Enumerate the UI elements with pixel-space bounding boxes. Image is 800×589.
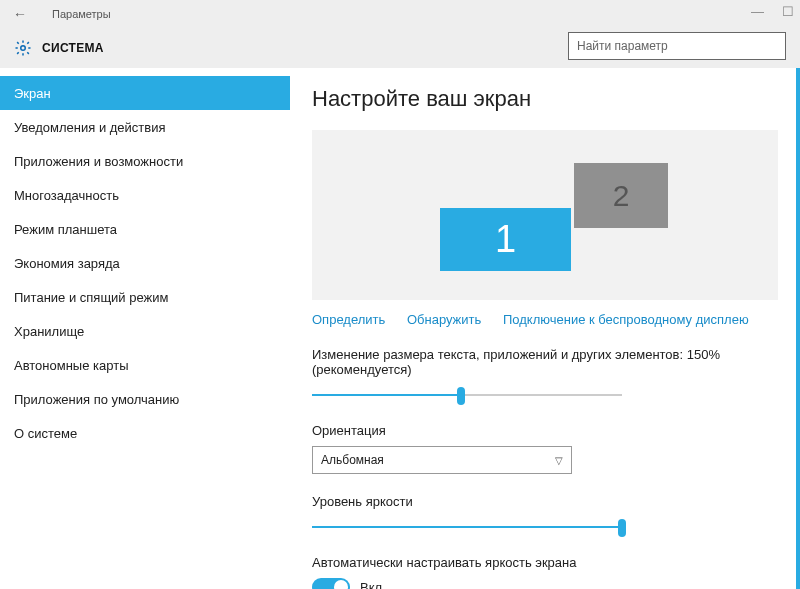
sidebar-item-9[interactable]: Приложения по умолчанию [0, 382, 290, 416]
brightness-label: Уровень яркости [312, 494, 778, 509]
orientation-select[interactable]: Альбомная ▽ [312, 446, 572, 474]
sidebar-item-1[interactable]: Уведомления и действия [0, 110, 290, 144]
scrollbar[interactable] [796, 68, 800, 589]
section-title: СИСТЕМА [42, 41, 104, 55]
auto-brightness-label: Автоматически настраивать яркость экрана [312, 555, 778, 570]
minimize-button[interactable]: — [751, 4, 764, 19]
content: Настройте ваш экран 2 1 Определить Обнар… [290, 68, 800, 589]
maximize-button[interactable]: ☐ [782, 4, 794, 19]
header: СИСТЕМА [0, 28, 800, 68]
window-controls: — ☐ [751, 4, 794, 19]
page-heading: Настройте ваш экран [312, 86, 778, 112]
sidebar-item-2[interactable]: Приложения и возможности [0, 144, 290, 178]
auto-brightness-toggle[interactable] [312, 578, 350, 589]
brightness-slider[interactable] [312, 517, 622, 537]
window-title: Параметры [52, 8, 111, 20]
sidebar-item-3[interactable]: Многозадачность [0, 178, 290, 212]
sidebar-item-4[interactable]: Режим планшета [0, 212, 290, 246]
wireless-link[interactable]: Подключение к беспроводному дисплею [503, 312, 749, 327]
gear-icon [14, 39, 32, 57]
toggle-state-label: Вкл. [360, 580, 386, 590]
back-button[interactable]: ← [8, 2, 32, 26]
sidebar-item-5[interactable]: Экономия заряда [0, 246, 290, 280]
search-box[interactable] [568, 32, 786, 60]
sidebar-item-8[interactable]: Автономные карты [0, 348, 290, 382]
sidebar-item-6[interactable]: Питание и спящий режим [0, 280, 290, 314]
orientation-value: Альбомная [321, 453, 384, 467]
display-actions: Определить Обнаружить Подключение к бесп… [312, 312, 778, 327]
sidebar-item-10[interactable]: О системе [0, 416, 290, 450]
detect-link[interactable]: Определить [312, 312, 385, 327]
chevron-down-icon: ▽ [555, 455, 563, 466]
scale-label: Изменение размера текста, приложений и д… [312, 347, 778, 377]
monitor-1[interactable]: 1 [440, 208, 571, 271]
titlebar: ← Параметры — ☐ [0, 0, 800, 28]
sidebar-item-7[interactable]: Хранилище [0, 314, 290, 348]
sidebar: ЭкранУведомления и действияПриложения и … [0, 68, 290, 589]
monitor-preview[interactable]: 2 1 [312, 130, 778, 300]
monitor-2[interactable]: 2 [574, 163, 668, 228]
scale-slider[interactable] [312, 385, 622, 405]
search-input[interactable] [577, 39, 777, 53]
sidebar-item-0[interactable]: Экран [0, 76, 290, 110]
svg-point-0 [21, 46, 26, 51]
orientation-label: Ориентация [312, 423, 778, 438]
identify-link[interactable]: Обнаружить [407, 312, 481, 327]
